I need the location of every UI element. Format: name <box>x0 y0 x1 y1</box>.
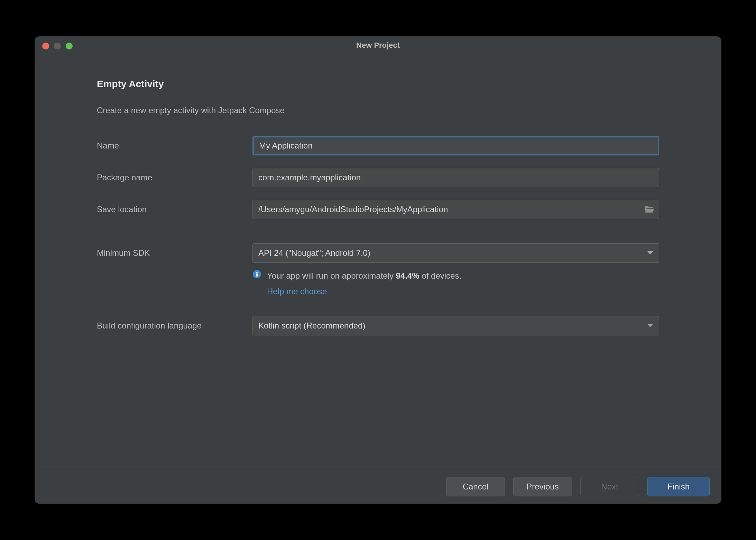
previous-button[interactable]: Previous <box>513 477 572 496</box>
package-name-label: Package name <box>97 173 252 182</box>
window-title: New Project <box>35 41 721 50</box>
package-name-input[interactable] <box>252 168 659 187</box>
sdk-info-text-pre: Your app will run on approximately <box>267 271 396 280</box>
svg-rect-2 <box>256 273 258 277</box>
page-subtitle: Create a new empty activity with Jetpack… <box>97 106 659 115</box>
name-input[interactable] <box>252 136 659 155</box>
titlebar: New Project <box>35 36 721 54</box>
minimum-sdk-label: Minimum SDK <box>97 248 252 258</box>
sdk-info-text-post: of devices. <box>420 271 461 280</box>
sdk-info-percent: 94.4% <box>396 271 420 280</box>
chevron-down-icon <box>647 251 653 255</box>
folder-open-icon[interactable] <box>645 205 654 214</box>
maximize-window-button[interactable] <box>66 43 73 50</box>
window-controls <box>42 43 73 50</box>
save-location-input[interactable] <box>252 200 659 219</box>
dialog-footer: Cancel Previous Next Finish <box>35 469 721 504</box>
svg-point-1 <box>256 272 258 273</box>
sdk-info: Your app will run on approximately 94.4%… <box>252 269 659 299</box>
build-config-select[interactable]: Kotlin script (Recommended) <box>252 316 659 335</box>
dialog-content: Empty Activity Create a new empty activi… <box>35 54 721 469</box>
new-project-dialog: New Project Empty Activity Create a new … <box>35 36 721 504</box>
help-me-choose-link[interactable]: Help me choose <box>267 285 461 299</box>
build-config-label: Build configuration language <box>97 321 252 331</box>
cancel-button[interactable]: Cancel <box>446 477 505 496</box>
chevron-down-icon <box>647 324 653 328</box>
close-window-button[interactable] <box>42 43 49 50</box>
finish-button[interactable]: Finish <box>647 477 710 496</box>
build-config-value: Kotlin script (Recommended) <box>258 321 365 331</box>
minimize-window-button[interactable] <box>54 43 61 50</box>
name-label: Name <box>97 141 252 151</box>
page-title: Empty Activity <box>97 79 659 90</box>
next-button: Next <box>580 477 639 496</box>
save-location-label: Save location <box>97 205 252 214</box>
minimum-sdk-value: API 24 ("Nougat"; Android 7.0) <box>258 248 370 258</box>
minimum-sdk-select[interactable]: API 24 ("Nougat"; Android 7.0) <box>252 243 659 263</box>
info-icon <box>252 270 261 279</box>
